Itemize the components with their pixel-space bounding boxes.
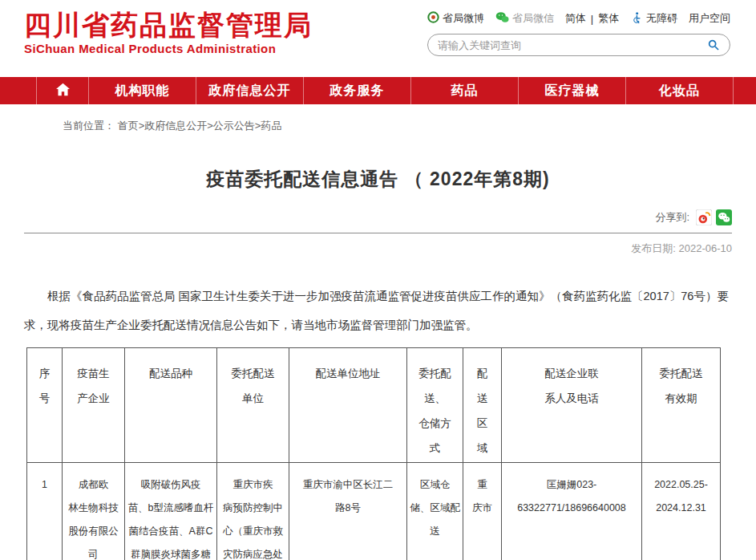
breadcrumb: 当前位置： 首页>政府信息公开>公示公告>药品 xyxy=(63,119,732,133)
nav-item-cosmetics[interactable]: 化妆品 xyxy=(625,77,734,104)
weibo-badge-icon xyxy=(427,11,439,26)
col-header-contact: 配送企业联 系人及电话 xyxy=(502,348,642,463)
search-icon[interactable] xyxy=(707,39,720,51)
breadcrumb-label: 当前位置： xyxy=(63,120,115,132)
site-title: 四川省药品监督管理局 xyxy=(24,10,313,41)
nav-item-org-functions[interactable]: 机构职能 xyxy=(88,77,196,104)
share-weibo-icon[interactable] xyxy=(696,209,712,225)
site-subtitle: SiChuan Medical Products Administration xyxy=(24,42,313,55)
col-header-index: 序 号 xyxy=(27,348,63,463)
table-header-row: 序 号 疫苗生 产企业 配送品种 委托配送 单位 配送单位地址 委托配 送、 仓… xyxy=(27,348,721,463)
col-header-distributor: 委托配送 单位 xyxy=(217,348,289,463)
share-wechat-icon[interactable] xyxy=(716,209,732,225)
lang-switch: 简体 | 繁体 xyxy=(565,11,619,26)
cell-address: 重庆市渝中区长江二 路8号 xyxy=(289,463,407,560)
nav-item-medical-devices[interactable]: 医疗器械 xyxy=(518,77,625,104)
content: 当前位置： 首页>政府信息公开>公示公告>药品 疫苗委托配送信息通告 （ 202… xyxy=(0,119,756,560)
col-header-region: 配 送 区 域 xyxy=(463,348,502,463)
col-header-products: 配送品种 xyxy=(125,348,217,463)
col-header-manufacturer: 疫苗生 产企业 xyxy=(63,348,125,463)
link-accessibility-label: 无障碍 xyxy=(646,11,677,26)
cell-products: 吸附破伤风疫 苗、b型流感嗜血杆 菌结合疫苗、A群C 群脑膜炎球菌多糖 结合疫苗 xyxy=(125,463,217,560)
cell-storage-mode: 区域仓 储、区域配 送 xyxy=(407,463,463,560)
link-weibo[interactable]: 省局微博 xyxy=(427,11,484,26)
link-wechat-label: 省局微信 xyxy=(512,11,554,26)
table-row: 1 成都欧 林生物科技 股份有限公 司 吸附破伤风疫 苗、b型流感嗜血杆 菌结合… xyxy=(27,463,721,560)
cell-validity: 2022.05.25- 2024.12.31 xyxy=(642,463,721,560)
breadcrumb-drugs[interactable]: 药品 xyxy=(261,120,281,132)
nav-item-label: 医疗器械 xyxy=(545,83,600,99)
link-user-space-label: 用户空间 xyxy=(689,11,730,26)
site-logo[interactable]: 四川省药品监督管理局 SiChuan Medical Products Admi… xyxy=(24,10,313,55)
cell-index: 1 xyxy=(27,463,63,560)
cell-distributor: 重庆市疾 病预防控制中 心（重庆市救 灾防病应急处 理中心） xyxy=(217,463,289,560)
accessibility-icon xyxy=(630,11,643,26)
share-row: 分享到: xyxy=(24,209,732,233)
link-wechat[interactable]: 省局微信 xyxy=(495,11,554,26)
breadcrumb-home[interactable]: 首页 xyxy=(118,120,139,132)
wechat-icon xyxy=(495,11,509,26)
nav-item-label: 化妆品 xyxy=(659,83,700,99)
search-input[interactable] xyxy=(438,39,707,51)
link-weibo-label: 省局微博 xyxy=(443,11,484,26)
header-tools: 省局微博 省局微信 简体 | 繁体 无障碍 xyxy=(427,10,730,56)
article-body: 根据《食品药品监管总局 国家卫生计生委关于进一步加强疫苗流通监管促进疫苗供应工作… xyxy=(24,282,730,339)
home-icon xyxy=(55,83,71,99)
link-user-space[interactable]: 用户空间 xyxy=(689,11,730,26)
share-label: 分享到: xyxy=(655,210,689,225)
cell-region: 重 庆市 xyxy=(463,463,502,560)
nav-item-drugs[interactable]: 药品 xyxy=(410,77,518,104)
lang-divider: | xyxy=(591,13,593,25)
col-header-address: 配送单位地址 xyxy=(289,348,407,463)
nav-item-label: 药品 xyxy=(451,83,479,99)
link-traditional[interactable]: 繁体 xyxy=(598,11,619,26)
page: 四川省药品监督管理局 SiChuan Medical Products Admi… xyxy=(0,0,756,560)
breadcrumb-announcements[interactable]: 公示公告 xyxy=(213,120,255,132)
site-header: 四川省药品监督管理局 SiChuan Medical Products Admi… xyxy=(0,0,756,77)
nav-item-gov-info[interactable]: 政府信息公开 xyxy=(196,77,303,104)
cell-manufacturer: 成都欧 林生物科技 股份有限公 司 xyxy=(63,463,125,560)
vaccine-distribution-table: 序 号 疫苗生 产企业 配送品种 委托配送 单位 配送单位地址 委托配 送、 仓… xyxy=(26,347,721,560)
publish-date: 发布日期: 2022-06-10 xyxy=(24,241,732,256)
cell-contact: 匡姗姗023- 63322771/18696640008 xyxy=(502,463,642,560)
page-title: 疫苗委托配送信息通告 （ 2022年第8期) xyxy=(24,167,732,192)
nav-item-services[interactable]: 政务服务 xyxy=(303,77,410,104)
main-nav: 机构职能 政府信息公开 政务服务 药品 医疗器械 化妆品 xyxy=(0,77,756,104)
publish-date-label: 发布日期: xyxy=(631,242,676,254)
col-header-storage-mode: 委托配 送、 仓储方 式 xyxy=(407,348,463,463)
search-box xyxy=(427,34,730,56)
publish-date-value: 2022-06-10 xyxy=(679,242,733,254)
nav-home[interactable] xyxy=(36,77,88,104)
link-accessibility[interactable]: 无障碍 xyxy=(630,11,677,26)
nav-item-label: 政务服务 xyxy=(330,83,385,99)
nav-item-label: 政府信息公开 xyxy=(209,83,291,99)
breadcrumb-gov-info[interactable]: 政府信息公开 xyxy=(144,120,207,132)
col-header-validity: 委托配送 有效期 xyxy=(642,348,721,463)
breadcrumb-separator: > xyxy=(207,120,213,132)
link-simplified[interactable]: 简体 xyxy=(565,11,586,26)
nav-item-label: 机构职能 xyxy=(115,83,170,99)
header-links: 省局微博 省局微信 简体 | 繁体 无障碍 xyxy=(427,10,730,26)
